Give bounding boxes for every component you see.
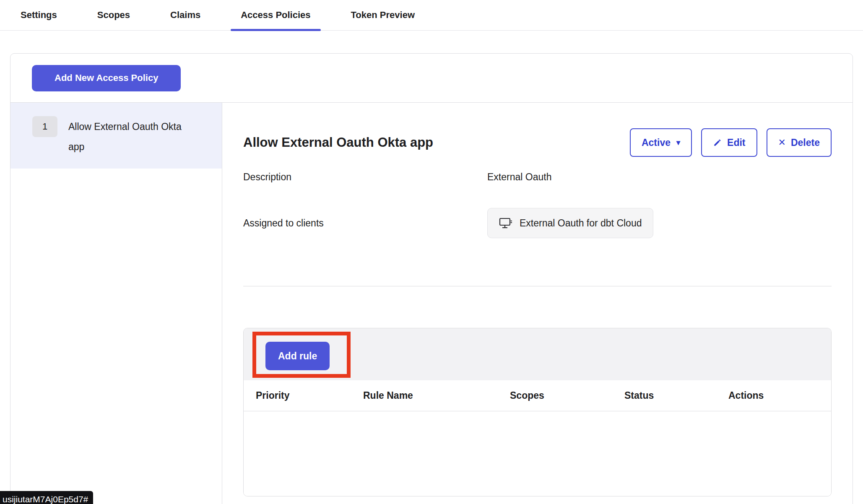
active-status-label: Active (642, 137, 671, 148)
delete-button[interactable]: ✕ Delete (767, 128, 832, 157)
policy-list: 1 Allow External Oauth Okta app (10, 103, 222, 504)
policy-list-item[interactable]: 1 Allow External Oauth Okta app (10, 103, 222, 169)
panel-header: Add New Access Policy (10, 54, 853, 103)
tab-settings[interactable]: Settings (10, 0, 67, 30)
annotation-highlight-rectangle: Add rule (252, 332, 351, 378)
access-policies-panel: Add New Access Policy 1 Allow External O… (10, 53, 853, 504)
description-row: Description External Oauth (243, 169, 832, 184)
assigned-clients-row: Assigned to clients External Oauth for d… (243, 208, 832, 238)
close-icon: ✕ (778, 137, 786, 148)
rules-card: Add rule Priority Rule Name Scopes Statu… (243, 328, 832, 496)
tab-scopes[interactable]: Scopes (87, 0, 140, 30)
edit-button[interactable]: Edit (701, 128, 757, 157)
description-value: External Oauth (487, 171, 832, 183)
active-status-dropdown[interactable]: Active ▾ (630, 128, 692, 157)
policy-title: Allow External Oauth Okta app (243, 135, 433, 150)
client-chip[interactable]: External Oauth for dbt Cloud (487, 208, 653, 238)
column-header-actions: Actions (728, 390, 831, 401)
policy-title-row: Allow External Oauth Okta app Active ▾ E… (243, 128, 832, 157)
link-url-preview: usijiutarM7Aj0Ep5d7# (0, 491, 93, 504)
delete-button-label: Delete (791, 137, 820, 148)
tab-access-policies[interactable]: Access Policies (231, 0, 320, 30)
panel-body: 1 Allow External Oauth Okta app Allow Ex… (10, 103, 853, 504)
chevron-down-icon: ▾ (676, 138, 680, 147)
rules-card-header: Add rule (244, 328, 831, 380)
policy-detail: Allow External Oauth Okta app Active ▾ E… (222, 103, 853, 504)
column-header-rule-name: Rule Name (363, 390, 510, 401)
computer-icon (499, 217, 513, 229)
rules-table-empty-body (244, 411, 831, 496)
tab-token-preview[interactable]: Token Preview (341, 0, 425, 30)
rules-table-header: Priority Rule Name Scopes Status Actions (244, 380, 831, 411)
description-label: Description (243, 171, 487, 183)
policy-action-buttons: Active ▾ Edit ✕ Delete (630, 128, 832, 157)
edit-button-label: Edit (727, 137, 745, 148)
column-header-status: Status (624, 390, 728, 401)
section-divider (243, 286, 832, 286)
add-rule-button[interactable]: Add rule (265, 342, 330, 370)
policy-priority-badge: 1 (32, 116, 57, 137)
assigned-clients-label: Assigned to clients (243, 218, 487, 229)
column-header-priority: Priority (244, 390, 363, 401)
pencil-icon (713, 138, 722, 147)
client-chip-label: External Oauth for dbt Cloud (520, 218, 642, 229)
column-header-scopes: Scopes (510, 390, 624, 401)
tab-bar: Settings Scopes Claims Access Policies T… (0, 0, 863, 31)
tab-claims[interactable]: Claims (160, 0, 211, 30)
policy-item-title: Allow External Oauth Okta app (68, 117, 186, 157)
add-new-access-policy-button[interactable]: Add New Access Policy (32, 65, 181, 91)
